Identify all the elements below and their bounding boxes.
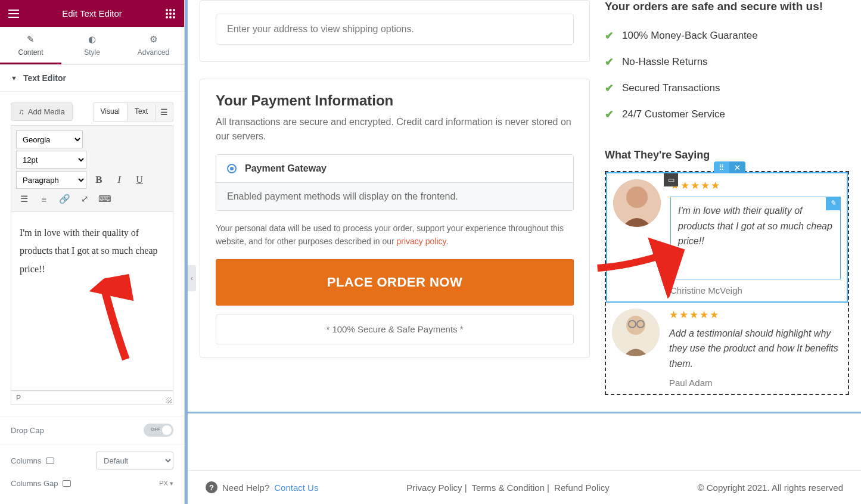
- gear-icon: ⚙: [123, 34, 184, 45]
- testimonial-author: Paul Adam: [669, 378, 842, 388]
- payment-subtitle: All transactions are secure and encrypte…: [216, 115, 574, 144]
- format-select[interactable]: Paragraph: [16, 171, 86, 189]
- unit-label[interactable]: PX ▾: [159, 480, 173, 487]
- help-icon[interactable]: ?: [206, 481, 217, 493]
- testimonial-quote-selected[interactable]: ✎ I'm in love with their quality of prod…: [670, 197, 841, 279]
- trust-heading: Your orders are safe and secure with us!: [605, 0, 849, 13]
- tab-style[interactable]: ◐ Style: [61, 27, 123, 64]
- payment-option-row[interactable]: Payment Gateway: [216, 155, 573, 183]
- close-icon[interactable]: ✕: [729, 161, 745, 173]
- star-rating: ★★★★★: [670, 179, 841, 192]
- copyright-text: © Copyright 2021. All rights reserved: [697, 483, 843, 493]
- underline-button[interactable]: U: [130, 171, 148, 189]
- editor-path: P: [11, 391, 173, 405]
- svg-rect-0: [8, 10, 19, 11]
- editor-toolbar: Georgia 12pt Paragraph B I U ☰ ≡ 🔗 ⤢ ⌨: [11, 125, 173, 212]
- caret-down-icon: ▼: [11, 74, 17, 82]
- tab-label: Advanced: [138, 48, 169, 57]
- media-icon: ♫: [18, 107, 24, 116]
- collapse-sidebar-button[interactable]: ‹: [188, 265, 196, 291]
- desktop-icon: [46, 458, 54, 464]
- footer-links: Privacy Policy| Terms & Condition| Refun…: [406, 483, 609, 493]
- mode-tab-blocks[interactable]: ☰: [156, 102, 173, 122]
- apps-icon[interactable]: [164, 7, 177, 20]
- panel-title: Edit Text Editor: [20, 8, 164, 18]
- mode-tab-text[interactable]: Text: [128, 103, 155, 121]
- trust-item: ✔24/7 Customer Service: [605, 101, 849, 127]
- secure-note: * 100% Secure & Safe Payments *: [216, 314, 574, 344]
- radio-icon: [227, 164, 237, 173]
- trust-item: ✔100% Money-Back Guarantee: [605, 23, 849, 49]
- footer-link[interactable]: Refund Policy: [554, 483, 610, 493]
- fullscreen-button[interactable]: ⤢: [76, 190, 94, 208]
- svg-point-13: [626, 186, 648, 208]
- payment-option-label: Payment Gateway: [245, 163, 327, 174]
- star-rating: ★★★★★: [669, 309, 842, 321]
- dropcap-label: Drop Cap: [11, 426, 44, 435]
- add-media-button[interactable]: ♫ Add Media: [11, 102, 73, 121]
- svg-rect-2: [8, 17, 19, 18]
- mode-tab-visual[interactable]: Visual: [94, 103, 128, 121]
- need-help-text: Need Help?: [222, 483, 269, 493]
- trust-item: ✔Secured Transactions: [605, 75, 849, 101]
- svg-point-5: [173, 9, 175, 11]
- keyboard-button[interactable]: ⌨: [96, 190, 114, 208]
- section-title: Text Editor: [23, 73, 66, 83]
- payment-info-text: Enabled payment methods will display on …: [227, 191, 458, 202]
- drag-handle-icon[interactable]: ⠿: [714, 163, 729, 172]
- italic-button[interactable]: I: [110, 171, 128, 189]
- link-button[interactable]: 🔗: [55, 190, 73, 208]
- menu-icon[interactable]: [7, 7, 20, 20]
- page-footer: ? Need Help? Contact Us Privacy Policy| …: [188, 470, 861, 504]
- widget-toolbar: ⠿ ✕: [714, 161, 745, 173]
- desktop-icon: [63, 480, 71, 487]
- footer-link[interactable]: Terms & Condition: [471, 483, 545, 493]
- contrast-icon: ◐: [61, 34, 123, 45]
- columns-select[interactable]: Default: [96, 452, 173, 469]
- payment-title: Your Payment Information: [216, 92, 574, 109]
- svg-point-4: [169, 9, 172, 11]
- check-icon: ✔: [605, 55, 614, 69]
- panel-tabs: ✎ Content ◐ Style ⚙ Advanced: [0, 27, 184, 65]
- bold-button[interactable]: B: [90, 171, 108, 189]
- section-wrapper[interactable]: ⠿ ✕ ▭ ★★★★★ ✎ I'm in love with their qua…: [605, 171, 849, 395]
- testimonial-quote: Add a testimonial should highlight why t…: [669, 326, 842, 372]
- avatar: [612, 309, 660, 356]
- privacy-policy-link[interactable]: privacy policy: [397, 237, 446, 246]
- svg-point-10: [169, 16, 172, 18]
- section-toggle-text-editor[interactable]: ▼ Text Editor: [0, 65, 184, 92]
- contact-us-link[interactable]: Contact Us: [274, 483, 318, 493]
- font-select[interactable]: Georgia: [16, 130, 83, 148]
- editor-content[interactable]: I'm in love with their quality of produc…: [11, 212, 173, 391]
- column-handle-icon[interactable]: ▭: [664, 173, 678, 186]
- tab-advanced[interactable]: ⚙ Advanced: [123, 27, 184, 64]
- saying-heading: What They're Saying: [605, 149, 849, 161]
- columns-gap-label: Columns Gap: [11, 479, 71, 488]
- testimonial-author: Christine McVeigh: [670, 285, 841, 295]
- dropcap-toggle[interactable]: OFF: [144, 424, 173, 437]
- edit-icon[interactable]: ✎: [826, 197, 840, 210]
- tab-label: Style: [84, 48, 100, 57]
- disclaimer-text: Your personal data will be used to proce…: [216, 222, 574, 248]
- size-select[interactable]: 12pt: [16, 151, 86, 169]
- address-input[interactable]: Enter your address to view shipping opti…: [216, 14, 574, 45]
- avatar: [613, 179, 661, 227]
- testimonial-item[interactable]: ★★★★★ Add a testimonial should highlight…: [606, 303, 848, 394]
- sidebar-header: Edit Text Editor: [0, 0, 184, 27]
- footer-link[interactable]: Privacy Policy: [406, 483, 462, 493]
- blocks-icon: ☰: [160, 107, 168, 117]
- place-order-button[interactable]: PLACE ORDER NOW: [216, 259, 574, 306]
- pencil-icon: ✎: [0, 34, 61, 45]
- number-list-button[interactable]: ≡: [35, 190, 53, 208]
- check-icon: ✔: [605, 29, 614, 42]
- svg-point-7: [169, 13, 172, 15]
- columns-label: Columns: [11, 456, 54, 465]
- trust-item: ✔No-Hassle Returns: [605, 49, 849, 75]
- svg-point-6: [166, 13, 168, 15]
- tab-content[interactable]: ✎ Content: [0, 27, 61, 64]
- tab-label: Content: [18, 48, 43, 57]
- svg-point-3: [166, 9, 168, 11]
- trust-list: ✔100% Money-Back Guarantee ✔No-Hassle Re…: [605, 23, 849, 127]
- selected-widget[interactable]: ⠿ ✕ ▭ ★★★★★ ✎ I'm in love with their qua…: [606, 172, 848, 303]
- bullet-list-button[interactable]: ☰: [15, 190, 33, 208]
